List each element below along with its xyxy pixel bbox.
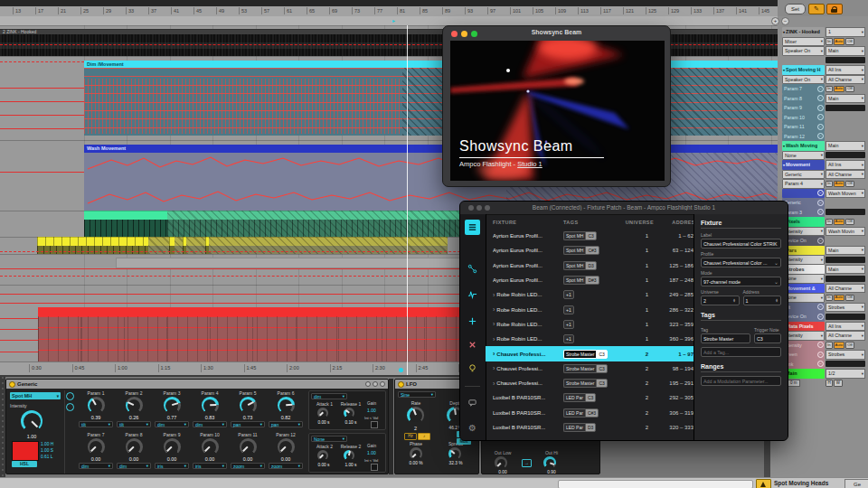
signal-monitor-icon[interactable] [465,286,480,302]
zoom-out-button[interactable]: − [781,17,789,25]
device-controls-icon[interactable] [365,381,385,387]
bar-number[interactable]: 117 [600,7,611,14]
automation-lane-header[interactable]: Intensity− [782,341,825,351]
expand-arrow-icon[interactable]: › [493,365,495,371]
trigger-note-value[interactable]: C3 [754,333,781,343]
fixtures-list-icon[interactable] [465,220,480,235]
expand-arrow-icon[interactable]: › [493,351,495,357]
tag-pill[interactable]: Spot MH [563,246,585,255]
address-stepper[interactable]: 1 [743,296,782,305]
routing-chooser[interactable]: All Ins [826,322,865,332]
routing-chooser[interactable]: Wash Moven [826,189,865,199]
bar-number[interactable]: 133 [691,7,702,14]
automation-lane-header[interactable]: Green− [782,350,825,360]
feedback-icon[interactable] [465,395,480,410]
param-knob[interactable] [88,438,105,455]
track-header[interactable]: ▾Movement & [782,284,825,294]
bar-number[interactable]: 93 [465,7,473,14]
map-buttons[interactable] [66,392,74,411]
bar-number[interactable]: 17 [35,7,43,14]
automation-lane-header[interactable]: Param 3− [782,208,825,218]
bar-number[interactable]: 137 [713,7,724,14]
status-field[interactable] [558,480,753,488]
monitor-off-button[interactable]: Off [845,38,854,45]
routing-chooser[interactable]: All Channe [826,331,865,341]
automation-line[interactable] [0,318,38,319]
bar-number[interactable]: 97 [487,7,495,14]
tag-pill[interactable]: +1 [563,320,574,329]
time-label[interactable]: 2:00 [287,364,299,372]
routing-chooser[interactable]: All Ins [826,160,865,170]
param-dest-chooser[interactable]: dim [155,421,189,427]
lock-envelopes-icon[interactable] [826,4,843,14]
unfold-arrow-icon[interactable]: ▾ [783,68,785,72]
gain1-value[interactable]: 1.00 [367,408,376,413]
phase-knob[interactable] [410,447,422,460]
fixture-row[interactable]: ›Chauvet Professi...Strobe MasterC3298 –… [486,361,695,376]
attack2-knob[interactable] [317,450,328,461]
param-dest-chooser[interactable]: iris [155,463,189,469]
expand-arrow-icon[interactable]: › [493,380,495,387]
routing-chooser[interactable]: Main [826,246,865,256]
time-label[interactable]: 0:45 [72,364,85,372]
remove-lane-icon[interactable]: − [817,95,824,101]
param-knob[interactable] [278,397,295,414]
remove-lane-icon[interactable]: − [817,200,824,206]
routing-chooser[interactable]: 1 [826,27,865,37]
track-header[interactable]: ▾ZINK - Hooked [782,27,825,37]
remove-lane-icon[interactable]: − [817,86,824,92]
automation-lane-header[interactable]: Param 11− [782,122,825,132]
remove-lane-icon[interactable]: − [817,342,824,348]
set-button[interactable]: Set [785,4,806,14]
time-label[interactable]: 1:30 [201,364,213,372]
remove-lane-icon[interactable]: − [817,114,824,120]
control-chooser[interactable]: Speaker On [782,46,825,56]
tag-pill[interactable]: Spot MH [563,276,585,285]
tag-value[interactable]: Strobe Master [701,333,750,343]
automation-line[interactable] [0,340,38,341]
monitor-off-button[interactable]: Off [845,295,854,302]
monitor-in-button[interactable]: In [826,295,833,302]
automation-lane-header[interactable]: Tilt− [782,303,825,313]
bar-number[interactable]: 69 [329,7,337,14]
clip-green[interactable] [84,211,167,237]
unfold-arrow-icon[interactable]: ▾ [783,163,785,167]
draw-mode-icon[interactable]: ✎ [808,4,825,14]
bar-number[interactable]: 113 [578,7,589,14]
param-dest-chooser[interactable]: dim [193,421,227,427]
bar-number[interactable]: 13 [13,7,21,14]
fixture-row[interactable]: Ayrton Eurus Profil...Spot MHD#31187 – 2… [486,273,695,287]
monitor-in-button[interactable]: In [826,181,833,188]
automation-lane-header[interactable]: Param 10− [782,113,825,123]
clip-dim-movement[interactable]: Dim /Movement [84,61,778,136]
control-chooser[interactable]: Speaker On [782,75,825,85]
add-range-input[interactable]: Add a Modulation Parameter... [701,376,781,386]
status-right-button[interactable]: Ge [844,479,868,488]
automation-lane-header[interactable]: Device On− [782,236,825,246]
track-header[interactable]: ▾Wash Moving [782,141,825,151]
monitor-auto-button[interactable]: Auto [834,342,845,349]
remove-lane-icon[interactable]: − [817,124,824,130]
lfo-shape-chooser[interactable]: Sine [398,391,436,398]
unfold-arrow-icon[interactable]: ▾ [783,144,785,148]
playhead[interactable] [407,25,408,375]
track-header[interactable]: ▾Main [782,369,825,379]
control-chooser[interactable]: Intensity [782,227,825,237]
automation-lane-header[interactable]: Device On− [782,312,825,322]
fixture-row[interactable]: Luxibel B PAR10SR...LED ParC32292 – 305 [486,390,695,405]
routing-chooser[interactable]: All Ins [826,65,865,75]
bar-number[interactable]: 81 [397,7,405,14]
param-knob[interactable] [202,397,219,414]
bar-number[interactable]: 45 [193,7,202,14]
release1-knob[interactable] [344,408,354,418]
time-label[interactable]: 1:15 [158,364,171,372]
tag-pill[interactable]: Strobe Master [563,379,596,388]
connections-icon[interactable] [465,261,480,277]
param-dest-chooser[interactable]: tilt [79,421,113,427]
automation-lane-header[interactable]: Param 8− [782,94,825,104]
bar-number[interactable]: 85 [420,7,428,14]
routing-chooser[interactable]: All Channe [826,170,865,180]
bar-number[interactable]: 73 [352,7,360,14]
param-dest-chooser[interactable]: dim [79,463,113,469]
param-dest-chooser[interactable]: tilt [117,421,151,427]
